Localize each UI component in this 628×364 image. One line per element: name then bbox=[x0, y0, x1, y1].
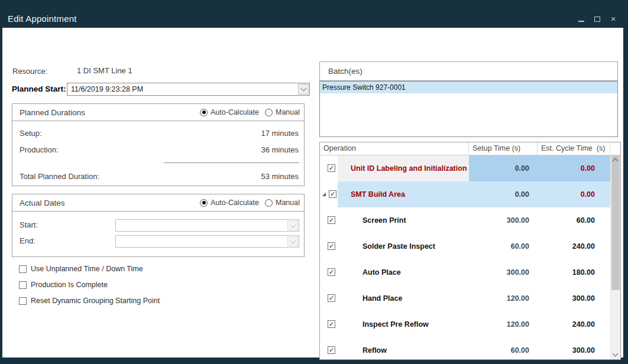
row-indent bbox=[320, 155, 338, 181]
cycle-time-cell[interactable]: 240.00 bbox=[538, 233, 610, 259]
total-separator bbox=[164, 162, 299, 163]
close-button[interactable]: × bbox=[609, 15, 617, 23]
table-row-screen-print[interactable]: Screen Print 300.00 60.00 bbox=[320, 207, 610, 233]
planned-durations-groupbox: Planned Durations Auto-Calculate Manual … bbox=[12, 103, 305, 186]
operation-name-cell[interactable]: Screen Print bbox=[338, 207, 469, 233]
reset-dynamic-grouping-checkbox[interactable]: Reset Dynamic Grouping Starting Point bbox=[19, 297, 160, 305]
cycle-time-cell[interactable]: 60.00 bbox=[538, 207, 610, 233]
actual-dates-groupbox: Actual Dates Auto-Calculate Manual Start… bbox=[12, 194, 305, 257]
manual-label: Manual bbox=[276, 199, 300, 207]
setup-time-cell[interactable]: 120.00 bbox=[469, 285, 538, 311]
vertical-scrollbar[interactable] bbox=[610, 155, 620, 359]
operation-name-cell[interactable]: Unit ID Labeling and Initialization bbox=[338, 155, 469, 181]
row-checkbox-checked[interactable] bbox=[328, 294, 335, 302]
production-label: Production: bbox=[20, 145, 59, 154]
actual-start-combobox[interactable] bbox=[115, 219, 299, 232]
resource-value: 1 DI SMT Line 1 bbox=[77, 66, 132, 75]
radio-selected-icon bbox=[200, 199, 208, 207]
table-row-reflow[interactable]: Reflow 60.00 300.00 bbox=[320, 337, 610, 359]
column-header-filler bbox=[610, 142, 620, 155]
column-header-est-cycle-time[interactable]: Est. Cycle Time (s) bbox=[538, 142, 610, 155]
table-row-hand-place[interactable]: Hand Place 120.00 300.00 bbox=[320, 285, 610, 311]
row-checkbox-checked[interactable] bbox=[328, 346, 335, 354]
cycle-time-cell[interactable]: 240.00 bbox=[538, 311, 610, 337]
planned-durations-auto-calculate-radio[interactable]: Auto-Calculate bbox=[200, 108, 259, 116]
close-icon: × bbox=[611, 15, 616, 23]
radio-unselected-icon bbox=[265, 109, 273, 116]
table-row-auto-place[interactable]: Auto Place 300.00 180.00 bbox=[320, 259, 610, 285]
row-checkbox-checked[interactable] bbox=[328, 164, 335, 172]
scroll-down-icon[interactable] bbox=[613, 351, 619, 357]
setup-time-cell[interactable]: 120.00 bbox=[469, 311, 538, 337]
cycle-time-cell[interactable]: 300.00 bbox=[538, 285, 610, 311]
minimize-button[interactable] bbox=[577, 15, 585, 23]
setup-label: Setup: bbox=[20, 129, 42, 138]
table-row-unit-id-labeling[interactable]: Unit ID Labeling and Initialization 0.00… bbox=[320, 155, 610, 181]
maximize-icon bbox=[594, 17, 600, 22]
operation-name-cell[interactable]: Solder Paste Inspect bbox=[338, 233, 469, 259]
setup-time-cell[interactable]: 0.00 bbox=[469, 181, 538, 207]
planned-start-dropdown-button[interactable] bbox=[298, 84, 309, 95]
planned-start-combobox[interactable]: 11/6/2019 9:23:28 PM bbox=[67, 83, 310, 96]
total-planned-duration-value: 53 minutes bbox=[261, 172, 299, 181]
cycle-time-cell[interactable]: 180.00 bbox=[538, 259, 610, 285]
operation-name-cell[interactable]: Hand Place bbox=[338, 285, 469, 311]
table-row-smt-build-area[interactable]: SMT Build Area 0.00 0.00 bbox=[320, 181, 610, 207]
scrollbar-thumb[interactable] bbox=[611, 155, 620, 290]
row-checkbox-checked[interactable] bbox=[328, 216, 335, 224]
operations-grid: Operation Setup Time (s) Est. Cycle Time… bbox=[319, 142, 621, 360]
table-row-solder-paste-inspect[interactable]: Solder Paste Inspect 60.00 240.00 bbox=[320, 233, 610, 259]
operation-name-cell[interactable]: Auto Place bbox=[338, 259, 469, 285]
row-checkbox-checked[interactable] bbox=[328, 242, 335, 250]
expander-expanded-icon[interactable] bbox=[322, 192, 326, 197]
checkbox-icon bbox=[19, 281, 27, 289]
operation-name-cell[interactable]: Inspect Pre Reflow bbox=[338, 311, 469, 337]
use-unplanned-time-label: Use Unplanned Time / Down Time bbox=[31, 265, 143, 273]
cycle-time-cell[interactable]: 0.00 bbox=[538, 181, 610, 207]
window-title: Edit Appointment bbox=[8, 14, 77, 24]
setup-time-cell[interactable]: 300.00 bbox=[469, 207, 538, 233]
batches-listbox[interactable]: Pressure Switch 927-0001 bbox=[319, 81, 618, 137]
setup-time-cell[interactable]: 60.00 bbox=[469, 233, 538, 259]
planned-durations-header: Planned Durations Auto-Calculate Manual bbox=[12, 104, 304, 121]
table-row-inspect-pre-reflow[interactable]: Inspect Pre Reflow 120.00 240.00 bbox=[320, 311, 610, 337]
setup-time-cell[interactable]: 60.00 bbox=[469, 337, 538, 359]
planned-durations-manual-radio[interactable]: Manual bbox=[265, 108, 300, 116]
batches-header: Batch(es) bbox=[319, 61, 618, 81]
setup-time-cell[interactable]: 300.00 bbox=[469, 259, 538, 285]
operation-name-cell[interactable]: SMT Build Area bbox=[338, 181, 469, 207]
manual-label: Manual bbox=[276, 108, 300, 116]
actual-dates-title: Actual Dates bbox=[20, 199, 65, 207]
title-bar[interactable]: Edit Appointment × bbox=[0, 0, 628, 28]
chevron-down-icon bbox=[300, 86, 306, 92]
cycle-time-cell[interactable]: 0.00 bbox=[538, 155, 610, 181]
row-indent bbox=[320, 259, 338, 285]
cycle-time-cell[interactable]: 300.00 bbox=[538, 337, 610, 359]
planned-start-value: 11/6/2019 9:23:28 PM bbox=[71, 85, 143, 93]
column-header-setup-time[interactable]: Setup Time (s) bbox=[469, 142, 538, 155]
resource-label: Resource: bbox=[12, 67, 47, 76]
use-unplanned-time-checkbox[interactable]: Use Unplanned Time / Down Time bbox=[19, 265, 143, 273]
planned-start-label: Planned Start: bbox=[12, 84, 66, 93]
operations-grid-header: Operation Setup Time (s) Est. Cycle Time… bbox=[320, 142, 620, 155]
setup-time-cell[interactable]: 0.00 bbox=[469, 155, 538, 181]
column-header-operation[interactable]: Operation bbox=[320, 142, 469, 155]
batch-list-item-selected[interactable]: Pressure Switch 927-0001 bbox=[320, 82, 617, 93]
row-checkbox-checked[interactable] bbox=[328, 320, 335, 328]
radio-unselected-icon bbox=[265, 199, 273, 207]
row-checkbox-checked[interactable] bbox=[329, 190, 336, 198]
row-checkbox-checked[interactable] bbox=[328, 268, 335, 276]
maximize-button[interactable] bbox=[593, 15, 601, 23]
actual-end-combobox[interactable] bbox=[115, 235, 299, 248]
operations-grid-body: Unit ID Labeling and Initialization 0.00… bbox=[320, 155, 610, 359]
operation-name-cell[interactable]: Reflow bbox=[338, 337, 469, 359]
actual-dates-auto-calculate-radio[interactable]: Auto-Calculate bbox=[200, 199, 259, 207]
setup-value: 17 minutes bbox=[261, 129, 299, 138]
actual-dates-header: Actual Dates Auto-Calculate Manual bbox=[12, 194, 304, 212]
checkbox-icon bbox=[19, 265, 27, 273]
production-is-complete-checkbox[interactable]: Production Is Complete bbox=[19, 281, 108, 289]
end-label: End: bbox=[20, 236, 35, 245]
auto-calculate-label: Auto-Calculate bbox=[211, 108, 259, 116]
actual-dates-manual-radio[interactable]: Manual bbox=[265, 199, 300, 207]
row-indent bbox=[320, 337, 338, 359]
